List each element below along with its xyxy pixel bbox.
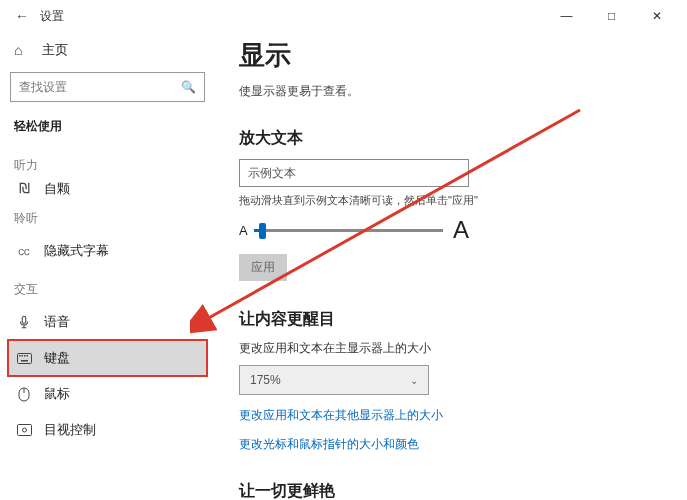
sidebar-item-captions[interactable]: ㏄ 隐藏式字幕 — [8, 233, 207, 269]
minimize-button[interactable]: — — [544, 0, 589, 32]
search-icon: 🔍 — [181, 80, 196, 94]
captions-icon: ㏄ — [14, 242, 34, 260]
scale-desc: 更改应用和文本在主显示器上的大小 — [239, 340, 667, 357]
close-button[interactable]: ✕ — [634, 0, 679, 32]
link-other-displays[interactable]: 更改应用和文本在其他显示器上的大小 — [239, 407, 667, 424]
home-icon: ⌂ — [14, 42, 34, 58]
svg-point-9 — [22, 428, 26, 432]
sidebar-item-speech[interactable]: 语音 — [8, 304, 207, 340]
chevron-down-icon: ⌄ — [410, 375, 418, 386]
sidebar-item-audio-clipped[interactable]: ₪ 自颗 — [8, 180, 207, 198]
titlebar: ← 设置 — □ ✕ — [0, 0, 687, 32]
eye-icon — [14, 424, 34, 436]
scale-dropdown[interactable]: 175% ⌄ — [239, 365, 429, 395]
enlarge-text-heading: 放大文本 — [239, 128, 667, 149]
keyboard-icon — [14, 353, 34, 364]
window-title: 设置 — [40, 8, 64, 25]
search-input[interactable]: 🔍 — [10, 72, 205, 102]
home-label: 主页 — [42, 41, 68, 59]
svg-rect-5 — [21, 360, 28, 362]
maximize-button[interactable]: □ — [589, 0, 634, 32]
back-button[interactable]: ← — [8, 8, 36, 24]
apply-button[interactable]: 应用 — [239, 254, 287, 281]
section-heading: 轻松使用 — [8, 112, 207, 145]
contrast-heading: 让内容更醒目 — [239, 309, 667, 330]
page-subtitle: 使显示器更易于查看。 — [239, 83, 667, 100]
scale-value: 175% — [250, 373, 281, 387]
mic-icon — [14, 315, 34, 329]
sidebar-item-keyboard[interactable]: 键盘 — [8, 340, 207, 376]
home-nav[interactable]: ⌂ 主页 — [8, 32, 207, 68]
mouse-icon — [14, 387, 34, 402]
sidebar-item-eyecontrol[interactable]: 目视控制 — [8, 412, 207, 448]
text-slider-track[interactable] — [254, 229, 443, 232]
sidebar: ⌂ 主页 🔍 轻松使用 听力 ₪ 自颗 聆听 ㏄ 隐藏式字幕 交互 语音 — [0, 32, 215, 500]
sidebar-item-mouse[interactable]: 鼠标 — [8, 376, 207, 412]
svg-rect-8 — [17, 425, 31, 436]
text-scale-slider[interactable]: A A — [239, 216, 469, 244]
slider-hint: 拖动滑块直到示例文本清晰可读，然后单击"应用" — [239, 193, 667, 208]
window-controls: — □ ✕ — [544, 0, 679, 32]
group-hearing: 聆听 — [8, 198, 207, 233]
svg-rect-1 — [19, 355, 21, 357]
svg-rect-4 — [26, 355, 28, 357]
small-a-icon: A — [239, 223, 248, 238]
vivid-heading: 让一切更鲜艳 — [239, 481, 667, 500]
group-audio: 听力 — [8, 145, 207, 180]
sample-text-box: 示例文本 — [239, 159, 469, 187]
content-pane: 显示 使显示器更易于查看。 放大文本 示例文本 拖动滑块直到示例文本清晰可读，然… — [215, 32, 687, 500]
group-interact: 交互 — [8, 269, 207, 304]
page-title: 显示 — [239, 38, 667, 73]
search-field[interactable] — [19, 80, 181, 94]
link-cursor-pointer[interactable]: 更改光标和鼠标指针的大小和颜色 — [239, 436, 667, 453]
svg-rect-2 — [21, 355, 23, 357]
large-a-icon: A — [453, 216, 469, 244]
text-slider-thumb[interactable] — [259, 223, 266, 239]
audio-icon: ₪ — [14, 180, 34, 196]
svg-rect-3 — [24, 355, 26, 357]
